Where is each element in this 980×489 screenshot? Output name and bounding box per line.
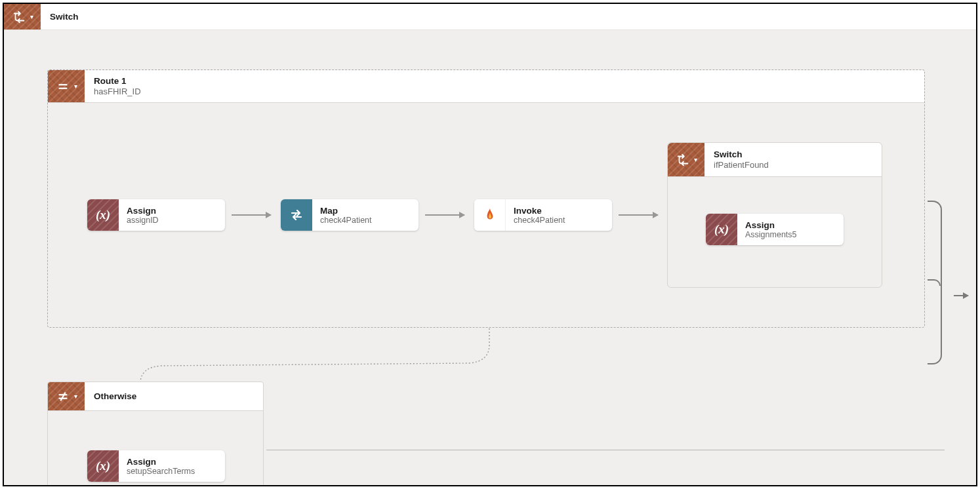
equals-icon: [56, 79, 70, 94]
inner-switch-title: Switch: [714, 149, 769, 159]
node-title: Invoke: [514, 206, 575, 216]
branch-icon: [676, 153, 690, 167]
node-assign-inner[interactable]: (x) Assign Assignments5: [706, 214, 844, 245]
route1-title: Route 1: [94, 76, 141, 86]
otherwise-header[interactable]: ▾ Otherwise: [48, 382, 263, 411]
otherwise-icon[interactable]: ▾: [48, 382, 85, 410]
switch-icon[interactable]: ▾: [4, 4, 41, 29]
assign-icon: (x): [87, 450, 119, 482]
not-equals-icon: [56, 389, 70, 404]
invoke-icon: [474, 199, 506, 231]
node-title: Assign: [745, 220, 807, 230]
canvas[interactable]: ▾ Switch ▾ Route 1 hasFHIR_ID (x) A: [3, 3, 977, 486]
inner-switch-container[interactable]: ▾ Switch ifPatientFound (x) Assign Assig…: [667, 142, 882, 288]
branch-icon: [12, 10, 26, 24]
chevron-down-icon: ▾: [74, 393, 77, 400]
node-subtitle: check4Patient: [514, 216, 575, 225]
flow-arrow: [619, 214, 658, 216]
chevron-down-icon: ▾: [30, 14, 33, 20]
switch-container-header[interactable]: ▾ Switch: [4, 4, 976, 30]
node-title: Assign: [127, 206, 188, 216]
chevron-down-icon: ▾: [74, 83, 77, 90]
node-subtitle: assignID: [127, 216, 188, 225]
route1-header[interactable]: ▾ Route 1 hasFHIR_ID: [48, 70, 924, 103]
chevron-down-icon: ▾: [694, 157, 697, 163]
node-assign[interactable]: (x) Assign assignID: [87, 199, 225, 231]
node-subtitle: setupSearchTerms: [127, 467, 195, 476]
node-invoke[interactable]: Invoke check4Patient: [474, 199, 612, 231]
switch-icon[interactable]: ▾: [668, 143, 704, 176]
node-title: Map: [320, 206, 382, 216]
assign-icon: (x): [706, 214, 737, 245]
flow-rule: [266, 450, 945, 450]
node-subtitle: Assignments5: [745, 230, 807, 239]
inner-switch-header[interactable]: ▾ Switch ifPatientFound: [668, 143, 882, 177]
route-icon[interactable]: ▾: [48, 70, 85, 102]
otherwise-container[interactable]: ▾ Otherwise (x) Assign setupSearchTerms: [47, 381, 264, 486]
node-subtitle: check4Patient: [320, 216, 382, 225]
otherwise-title: Otherwise: [94, 391, 136, 401]
flow-arrow: [425, 214, 464, 216]
map-icon: [281, 199, 312, 231]
svg-line-4: [60, 392, 65, 401]
assign-icon: (x): [87, 199, 119, 231]
node-map[interactable]: Map check4Patient: [281, 199, 419, 231]
node-title: Assign: [127, 457, 195, 467]
route1-container[interactable]: ▾ Route 1 hasFHIR_ID (x) Assign assignID: [47, 69, 925, 328]
inner-switch-subtitle: ifPatientFound: [714, 160, 769, 170]
flow-arrow: [232, 214, 271, 216]
node-assign-otherwise[interactable]: (x) Assign setupSearchTerms: [87, 450, 225, 482]
route1-subtitle: hasFHIR_ID: [94, 87, 141, 96]
merge-connector: [928, 201, 973, 364]
switch-title: Switch: [50, 12, 79, 22]
